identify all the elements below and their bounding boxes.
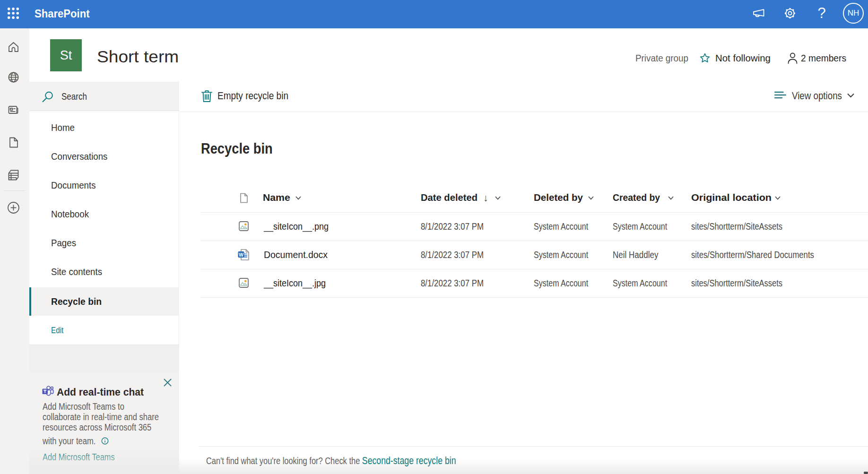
svg-text:W: W [239,252,243,258]
